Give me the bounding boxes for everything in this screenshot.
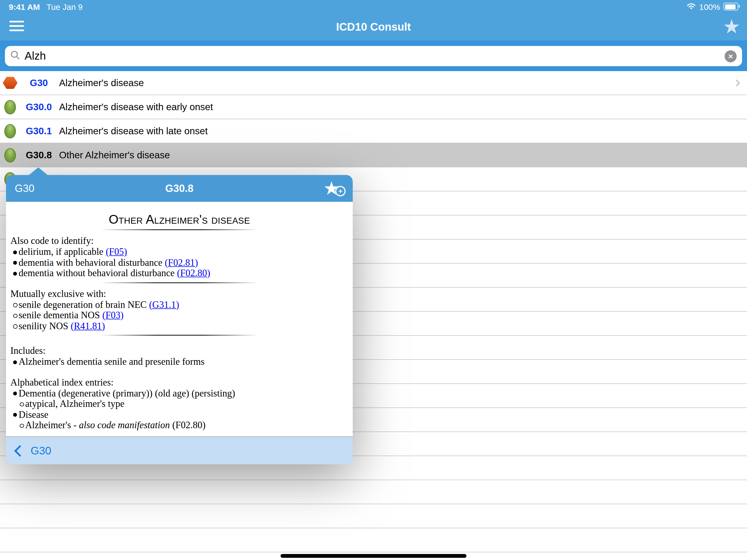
nav-bar: ICD10 Consult ★ [0,13,747,41]
bullet-icon [20,402,24,406]
bullet-icon [13,261,17,265]
empty-row [0,528,747,552]
app-window: 9:41 AM Tue Jan 9 100% ICD10 Consult ★ [0,0,747,560]
code-link[interactable]: (R41.81) [71,320,105,331]
code-link[interactable]: (G31.1) [149,299,179,310]
code-detail-popover: G30 G30.8 ★+ Other Alzheimer's disease A… [6,175,353,464]
code-description-title: Other Alzheimer's disease [10,213,349,226]
index-entry: Alzheimer's - also code manifestation (F… [10,420,349,431]
result-row[interactable]: G30.0Alzheimer's disease with early onse… [0,95,747,119]
popover-arrow [29,167,48,175]
search-input[interactable]: Alzh × [5,46,742,66]
result-description: Other Alzheimer's disease [59,149,170,161]
app-title: ICD10 Consult [0,21,747,33]
circle-green-icon [4,148,16,162]
popover-code-title: G30.8 [6,182,353,195]
result-description: Alzheimer's disease [59,77,144,88]
empty-row [0,504,747,528]
status-left: 9:41 AM Tue Jan 9 [9,2,83,11]
bullet-icon [13,303,17,307]
index-entry: dementia without behavioral disturbance … [10,268,349,279]
search-value: Alzh [25,50,725,62]
wifi-icon [686,2,696,11]
result-description: Alzheimer's disease with late onset [59,125,208,137]
status-bar: 9:41 AM Tue Jan 9 100% [0,0,747,13]
bullet-icon [20,424,24,428]
entry-text: Alzheimer's - [25,419,79,430]
popover-back-bar[interactable]: G30 [6,436,353,464]
result-row[interactable]: G30Alzheimer's disease› [0,71,747,95]
result-code: G30.1 [22,125,56,137]
index-entry: dementia with behavioral disturbance (F0… [10,257,349,268]
entry-text: Dementia (degenerative (primary)) (old a… [19,387,235,399]
code-link[interactable]: (F02.81) [165,257,198,268]
index-entry: Disease [10,409,349,420]
index-entry: senile degeneration of brain NEC (G31.1) [10,299,349,310]
section-label: Includes: [10,345,349,357]
status-right: 100% [686,2,738,11]
italic-text: also code manifestation [79,419,170,430]
circle-green-icon [4,100,16,114]
index-entry: Alzheimer's dementia senile and presenil… [10,357,349,367]
bullet-icon [13,360,17,364]
header-bar: 9:41 AM Tue Jan 9 100% ICD10 Consult ★ [0,0,747,41]
popover-sections: Also code to identify:delirium, if appli… [10,235,349,431]
favorites-star-icon[interactable]: ★ [723,15,741,39]
section-divider [100,282,259,283]
bullet-icon [13,391,17,396]
section-label: Alphabetical index entries: [10,376,349,388]
bullet-icon [13,250,17,254]
code-link[interactable]: (F03) [102,309,124,321]
section-divider [100,335,259,336]
search-band: Alzh × [0,41,747,71]
battery-percent: 100% [699,2,720,11]
entry-text: senility NOS [19,320,71,331]
index-entry: senile dementia NOS (F03) [10,310,349,321]
section-label: Also code to identify: [10,235,349,247]
home-indicator[interactable] [281,554,466,558]
screen: 9:41 AM Tue Jan 9 100% ICD10 Consult ★ [0,0,747,560]
entry-text: senile dementia NOS [19,309,102,321]
status-time: 9:41 AM [9,2,40,11]
back-button-label: G30 [31,444,51,457]
empty-row [0,480,747,504]
circle-green-icon [4,124,16,138]
index-entry: atypical, Alzheimer's type [10,399,349,409]
chevron-right-icon: › [735,72,741,91]
bullet-icon [13,314,17,318]
hexagon-red-icon [3,77,18,89]
result-description: Alzheimer's disease with early onset [59,101,213,113]
battery-icon [723,3,738,10]
entry-text: atypical, Alzheimer's type [25,398,124,409]
entry-text: dementia with behavioral disturbance [19,257,165,268]
entry-text: dementia without behavioral disturbance [19,268,177,278]
result-row[interactable]: G30.8Other Alzheimer's disease [0,143,747,167]
status-date: Tue Jan 9 [47,2,83,11]
section-label: Mutually exclusive with: [10,287,349,299]
result-code: G30 [22,77,56,88]
entry-text: senile degeneration of brain NEC [19,299,149,310]
popover-header: G30 G30.8 ★+ [6,175,353,202]
title-divider [100,229,259,230]
index-entry: Dementia (degenerative (primary)) (old a… [10,388,349,399]
result-code: G30.0 [22,101,56,113]
bullet-icon [13,272,17,275]
entry-text: Disease [19,409,48,420]
result-code: G30.8 [22,149,56,161]
result-row[interactable]: G30.1Alzheimer's disease with late onset [0,119,747,143]
index-entry: delirium, if applicable (F05) [10,247,349,257]
bullet-icon [13,413,17,417]
search-icon [10,50,20,62]
bullet-icon [13,324,17,328]
code-link[interactable]: (F05) [106,246,127,257]
entry-text: delirium, if applicable [19,246,106,257]
index-entry: senility NOS (R41.81) [10,321,349,331]
code-link[interactable]: (F02.80) [177,268,210,278]
entry-text: Alzheimer's dementia senile and presenil… [19,356,205,367]
clear-search-icon[interactable]: × [725,50,737,62]
entry-text: (F02.80) [170,419,205,430]
popover-content: Other Alzheimer's disease Also code to i… [6,202,353,436]
back-chevron-icon [14,445,26,456]
add-favorite-star-icon[interactable]: ★+ [323,176,345,200]
